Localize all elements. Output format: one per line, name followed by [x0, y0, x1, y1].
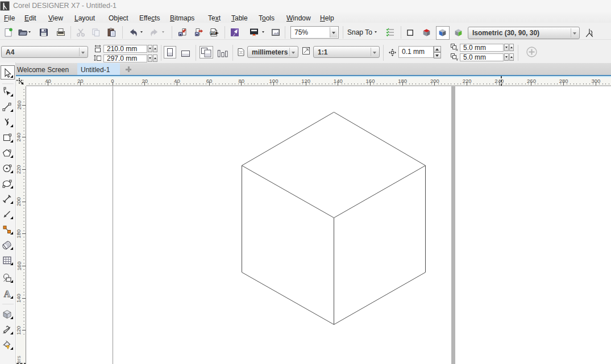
svg-text:100: 100 [269, 78, 279, 84]
svg-text:A: A [4, 289, 11, 299]
svg-text:220: 220 [463, 78, 472, 84]
svg-text:PDF: PDF [210, 31, 216, 35]
svg-text:240: 240 [494, 78, 504, 84]
svg-text:220: 220 [16, 165, 22, 174]
svg-text:20: 20 [142, 78, 148, 84]
svg-text:240: 240 [16, 133, 22, 142]
svg-text:260: 260 [527, 78, 536, 84]
svg-text:200: 200 [430, 78, 439, 84]
svg-text:120: 120 [16, 326, 22, 335]
svg-text:180: 180 [16, 229, 22, 239]
svg-text:120: 120 [301, 78, 310, 84]
svg-text:80: 80 [239, 78, 245, 84]
svg-text:20: 20 [77, 78, 84, 84]
svg-text:300: 300 [591, 78, 600, 84]
svg-text:160: 160 [366, 78, 375, 84]
svg-text:260: 260 [16, 101, 22, 110]
svg-text:40: 40 [45, 78, 51, 84]
svg-text:200: 200 [16, 197, 22, 206]
svg-text:180: 180 [398, 78, 407, 84]
svg-text:140: 140 [334, 78, 343, 84]
svg-text:280: 280 [559, 78, 568, 84]
svg-text:140: 140 [16, 294, 22, 303]
svg-text:40: 40 [174, 78, 180, 84]
svg-text:0: 0 [111, 78, 114, 84]
svg-text:60: 60 [206, 78, 213, 84]
svg-text:160: 160 [16, 262, 22, 271]
